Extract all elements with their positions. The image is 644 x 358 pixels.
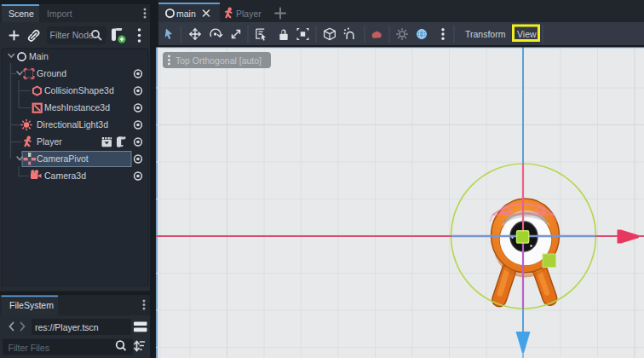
svg-text:Scene: Scene [9,9,34,19]
svg-text:Filter Files: Filter Files [9,343,49,353]
svg-text:Player: Player [37,136,62,147]
svg-text:Transform: Transform [465,29,506,39]
svg-text:CollisionShape3d: CollisionShape3d [44,85,114,95]
svg-text:Ground: Ground [37,68,66,78]
svg-text:Camera3d: Camera3d [44,170,86,181]
svg-text:MeshInstance3d: MeshInstance3d [44,102,110,113]
svg-text:CameraPivot: CameraPivot [37,153,89,164]
svg-text:Player: Player [236,9,262,19]
svg-text:Filter Node: Filter Node [50,30,95,40]
svg-text:Main: Main [29,51,49,61]
svg-text:View: View [517,29,537,39]
svg-text:Import: Import [47,9,72,19]
svg-text:res://Player.tscn: res://Player.tscn [35,322,99,332]
svg-text:FileSystem: FileSystem [9,300,54,310]
svg-text:DirectionalLight3d: DirectionalLight3d [37,119,108,130]
svg-text:main: main [176,9,196,19]
svg-text:Top Orthogonal [auto]: Top Orthogonal [auto] [175,55,262,66]
